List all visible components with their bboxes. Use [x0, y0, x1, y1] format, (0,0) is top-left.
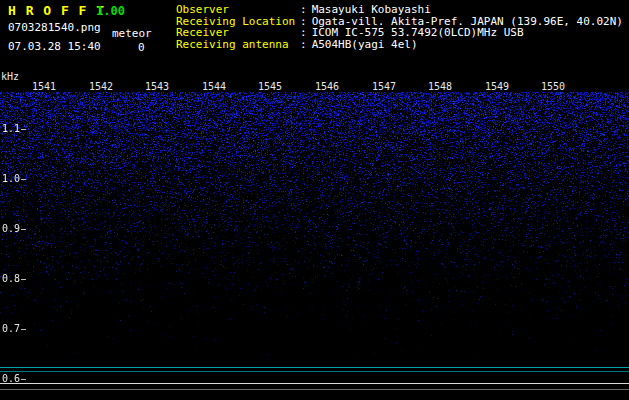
app-version: 1.00 — [96, 4, 125, 18]
app-title: H R O F F T — [8, 3, 105, 18]
y-tick: 0.8 — [2, 273, 26, 284]
y-axis-unit: kHz — [1, 71, 19, 82]
tick-mark — [21, 379, 26, 380]
reference-line-cyan-upper — [0, 367, 629, 368]
frame-datetime: 07.03.28 15:40 — [8, 40, 101, 53]
noise-level-line — [0, 389, 629, 390]
y-tick-label: 1.1 — [2, 123, 20, 134]
x-tick: 1550 — [537, 81, 569, 92]
spectrogram-canvas — [0, 92, 629, 355]
reference-line-cyan-lower — [0, 371, 629, 372]
info-colon: : — [300, 38, 307, 51]
y-tick: 0.9 — [2, 223, 26, 234]
y-tick: 1.1 — [2, 123, 26, 134]
y-tick: 0.7 — [2, 323, 26, 334]
tick-mark — [21, 329, 26, 330]
x-tick: 1546 — [311, 81, 343, 92]
mode-label: meteor — [112, 27, 152, 40]
x-tick: 1549 — [481, 81, 513, 92]
x-tick: 1543 — [141, 81, 173, 92]
x-tick: 1545 — [254, 81, 286, 92]
x-tick: 1542 — [85, 81, 117, 92]
x-tick: 1541 — [28, 81, 60, 92]
station-info: Observer:Masayuki Kobayashi Receiving Lo… — [176, 4, 623, 50]
y-tick: 1.0 — [2, 173, 26, 184]
signal-baseline-line — [0, 383, 629, 384]
y-tick-label: 1.0 — [2, 173, 20, 184]
info-label: Receiving antenna — [176, 39, 300, 51]
info-row-antenna: Receiving antenna:A504HB(yagi 4el) — [176, 39, 623, 51]
tick-mark — [21, 129, 26, 130]
x-tick: 1548 — [424, 81, 456, 92]
info-label: Observer — [176, 4, 300, 16]
info-label: Receiver — [176, 27, 300, 39]
info-value: A504HB(yagi 4el) — [312, 38, 418, 51]
y-tick-label: 0.7 — [2, 323, 20, 334]
tick-mark — [21, 279, 26, 280]
tick-mark — [21, 179, 26, 180]
x-tick: 1547 — [368, 81, 400, 92]
hrofft-screen: H R O F F T 1.00 0703281540.png meteor 0… — [0, 0, 629, 400]
output-filename: 0703281540.png — [8, 21, 101, 34]
tick-mark — [21, 229, 26, 230]
y-tick-label: 0.9 — [2, 223, 20, 234]
x-tick: 1544 — [198, 81, 230, 92]
y-tick-label: 0.8 — [2, 273, 20, 284]
meteor-count: 0 — [138, 41, 145, 54]
